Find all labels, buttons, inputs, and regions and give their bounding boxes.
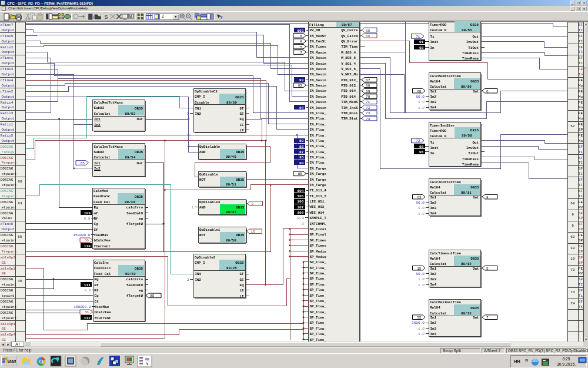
svg-text:IN_Flow_: IN_Flow_ — [310, 139, 327, 143]
svg-text:DOSING: DOSING — [1, 211, 14, 216]
svg-text:10: 10 — [570, 246, 575, 250]
svg-text:SP_Time_: SP_Time_ — [310, 321, 327, 325]
svg-text:DOSING: DOSING — [1, 167, 14, 171]
svg-text:GE: GE — [239, 112, 244, 116]
svg-text:TI: TI — [579, 28, 583, 32]
svg-text:TI: TI — [579, 283, 583, 287]
svg-text:110: 110 — [84, 244, 91, 248]
svg-text:TiOut: TiOut — [468, 151, 479, 155]
svg-text:82: 82 — [298, 84, 303, 88]
svg-text:Rg: Rg — [94, 205, 99, 210]
svg-text:0.0: 0.0 — [84, 217, 91, 221]
svg-text:SF: SF — [579, 56, 583, 60]
svg-text:IN_Dosin: IN_Dosin — [310, 100, 327, 104]
svg-text:IN_Targe: IN_Targe — [310, 183, 327, 187]
svg-text:10: 10 — [570, 257, 575, 261]
svg-text:66: 66 — [366, 34, 370, 38]
svg-text:GE: GE — [2, 327, 6, 331]
svg-text:Feed Cal: Feed Cal — [93, 200, 111, 204]
svg-text:etpoint: etpoint — [2, 283, 17, 287]
svg-text:1.0: 1.0 — [418, 206, 425, 210]
svg-text:IN_Dosin: IN_Dosin — [310, 67, 327, 71]
svg-text:OB35: OB35 — [236, 205, 245, 210]
svg-text:Output: Output — [2, 117, 15, 121]
svg-text:Out: Out — [472, 35, 479, 39]
svg-text:70: 70 — [366, 95, 370, 99]
svg-text:EQ: EQ — [239, 283, 244, 287]
svg-text:SF: SF — [579, 45, 583, 49]
svg-text:SF: SF — [579, 178, 583, 182]
svg-text:89/51: 89/51 — [226, 183, 236, 187]
svg-text:55: 55 — [18, 235, 22, 239]
svg-text:SAMPLE_T: SAMPLE_T — [310, 216, 327, 220]
svg-text:89/50: 89/50 — [226, 238, 236, 243]
svg-text:IN_Dosin: IN_Dosin — [310, 89, 327, 93]
svg-text:mf: mf — [94, 211, 99, 216]
svg-text:IN_Dosin: IN_Dosin — [310, 56, 327, 60]
svg-text:Output: Output — [2, 61, 15, 65]
svg-text:Mul04: Mul04 — [430, 257, 440, 261]
svg-text:Cg: Cg — [95, 294, 99, 298]
svg-text:Sub02: Sub02 — [94, 106, 105, 110]
svg-text:IN_Flow_: IN_Flow_ — [310, 144, 327, 148]
svg-text:IN2: IN2 — [195, 112, 202, 116]
svg-text:OpDislable: OpDislable — [199, 145, 220, 149]
svg-text:etpoint: etpoint — [2, 316, 17, 320]
svg-text:89: 89 — [299, 139, 304, 143]
svg-text:fTargetW: fTargetW — [126, 294, 143, 298]
svg-text:CalcMed: CalcMed — [93, 189, 108, 193]
svg-text:Calculat: Calculat — [430, 262, 446, 266]
svg-text:SF: SF — [579, 156, 583, 160]
svg-text:cTime7: cTime7 — [1, 23, 14, 27]
svg-text:CalcMaximalTime: CalcMaximalTime — [430, 300, 461, 304]
svg-text:cTime1: cTime1 — [1, 56, 14, 60]
svg-text:2: 2 — [187, 278, 189, 282]
svg-text:SP_Time_: SP_Time_ — [310, 271, 327, 276]
svg-text:Mul04: Mul04 — [430, 79, 440, 84]
svg-text:88: 88 — [299, 145, 304, 149]
svg-text:74: 74 — [570, 301, 575, 306]
svg-text:Ratio3: Ratio3 — [1, 111, 14, 115]
svg-text:TI: TI — [579, 183, 583, 187]
svg-text:66: 66 — [85, 238, 89, 243]
svg-text:LT: LT — [239, 294, 244, 299]
svg-text:8: 8 — [486, 195, 489, 200]
svg-text:IN_Targe: IN_Targe — [310, 167, 327, 171]
svg-text:In1: In1 — [430, 89, 437, 94]
svg-text:73: 73 — [366, 111, 370, 115]
svg-text:cTime2: cTime2 — [1, 89, 14, 94]
svg-text:PID_913_: PID_913_ — [341, 84, 358, 88]
svg-text:FE: FE — [579, 101, 583, 105]
svg-text:5: 5 — [300, 45, 302, 49]
svg-text:SP: SP — [579, 238, 583, 243]
svg-text:MV: MV — [579, 205, 583, 210]
svg-text:SP: SP — [579, 216, 583, 220]
svg-text:SF: SF — [579, 145, 583, 149]
svg-text:SP_Time_: SP_Time_ — [310, 299, 327, 303]
svg-text:mf: mf — [95, 283, 99, 287]
svg-text:Mul04: Mul04 — [430, 185, 440, 190]
svg-text:LT: LT — [239, 128, 244, 132]
svg-text:15: 15 — [417, 267, 422, 271]
svg-text:SF: SF — [579, 300, 583, 304]
svg-text:DOSING: DOSING — [1, 189, 14, 193]
svg-text:TimerInoSter: TimerInoSter — [430, 124, 455, 128]
svg-text:QV_Error: QV_Error — [341, 39, 358, 44]
svg-text:1.0: 1.0 — [418, 277, 425, 281]
svg-text:SP_Flow_: SP_Flow_ — [310, 304, 327, 309]
svg-text:WIC_914_: WIC_914_ — [310, 211, 327, 215]
svg-text:QV_Curre: QV_Curre — [341, 28, 358, 32]
svg-text:Ratio5: Ratio5 — [1, 134, 14, 138]
svg-text:107: 107 — [297, 205, 303, 210]
svg-text:OB35: OB35 — [135, 107, 143, 111]
svg-text:TIM_Stat: TIM_Stat — [341, 117, 358, 121]
svg-text:OpDisableC3: OpDisableC3 — [195, 89, 218, 94]
svg-text:M_805_4_: M_805_4_ — [341, 51, 358, 55]
svg-text:89/52: 89/52 — [125, 272, 136, 276]
svg-text:89/35: 89/35 — [226, 266, 237, 270]
svg-text:65: 65 — [366, 29, 370, 33]
svg-text:PID_914_: PID_914_ — [341, 95, 358, 99]
svg-text:In: In — [430, 151, 435, 155]
svg-text:Mo: Mo — [579, 84, 583, 88]
svg-text:89/12: 89/12 — [461, 262, 472, 266]
